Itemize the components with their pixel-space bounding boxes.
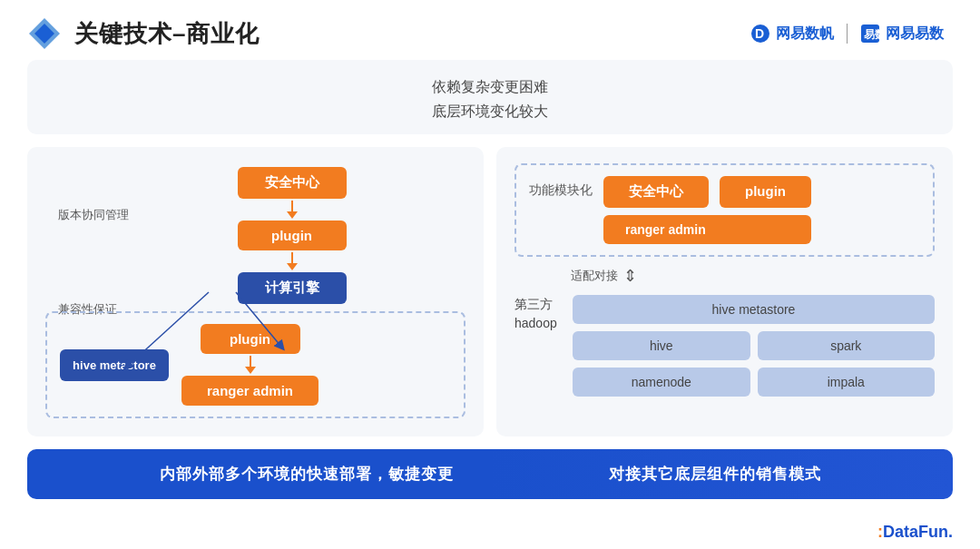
right-boxes-row1: 安全中心 plugin [603, 176, 811, 208]
diamond-icon [27, 16, 62, 51]
main-content: 依赖复杂变更困难 底层环境变化较大 版本协同管理 安全中心 [0, 60, 980, 499]
grid-row-2: hive spark [573, 331, 935, 360]
third-party-label: 第三方 hadoop [514, 295, 562, 333]
datafun-logo: :DataFun. [877, 523, 953, 542]
func-label: 功能模块化 [529, 176, 593, 204]
top-banner-text: 依赖复杂变更困难 底层环境变化较大 [27, 74, 953, 123]
right-boxes-col: 安全中心 plugin ranger admin [603, 176, 811, 244]
logo-divider [847, 24, 848, 44]
ranger-admin-right: ranger admin [603, 215, 811, 244]
footer: :DataFun. [877, 523, 953, 542]
bottom-banner: 内部外部多个环境的快速部署，敏捷变更 对接其它底层组件的销售模式 [27, 449, 953, 499]
compute-engine-box: 计算引擎 [238, 272, 347, 304]
right-top-section: 功能模块化 安全中心 plugin ranger admin [514, 163, 935, 257]
right-top-row: 功能模块化 安全中心 plugin ranger admin [529, 176, 920, 244]
grid-row-3: namenode impala [573, 368, 935, 397]
columns: 版本协同管理 安全中心 plugin [27, 147, 953, 436]
header: 关键技术–商业化 D 网易数帆 易数 网易易数 [0, 0, 980, 60]
third-party-section: 第三方 hadoop hive metastore hive spark nam… [514, 295, 935, 397]
adapt-arrows-icon: ⇕ [623, 266, 637, 286]
label-version: 版本协同管理 [58, 207, 129, 223]
left-panel: 版本协同管理 安全中心 plugin [27, 147, 484, 436]
left-bottom-section: hive metastore plugin ranger admin [45, 311, 466, 418]
netease-icon: D [750, 24, 770, 44]
svg-text:易数: 易数 [864, 28, 880, 41]
bottom-text-1: 内部外部多个环境的快速部署，敏捷变更 [160, 464, 454, 485]
netease2-icon: 易数 [860, 24, 880, 44]
left-stack: 安全中心 plugin 计算引擎 [118, 167, 466, 304]
adapt-row: 适配对接 ⇕ [571, 266, 935, 286]
top-banner: 依赖复杂变更困难 底层环境变化较大 [27, 60, 953, 134]
plugin-box1: plugin [238, 221, 347, 250]
right-panel: 功能模块化 安全中心 plugin ranger admin 适配对接 ⇕ [496, 147, 953, 436]
header-left: 关键技术–商业化 [27, 16, 260, 51]
logo-area: D 网易数帆 易数 网易易数 [750, 24, 944, 44]
svg-text:D: D [755, 26, 764, 41]
left-inner: 版本协同管理 安全中心 plugin [45, 167, 466, 418]
page-title: 关键技术–商业化 [74, 18, 260, 50]
security-center-box: 安全中心 [238, 167, 347, 199]
logo-netease1: D 网易数帆 [750, 24, 834, 44]
third-party-grid: hive metastore hive spark namenode impal… [573, 295, 935, 397]
bottom-text-2: 对接其它底层组件的销售模式 [609, 464, 821, 485]
logo-netease2: 易数 网易易数 [860, 24, 944, 44]
plugin-col: plugin ranger admin [181, 324, 318, 406]
